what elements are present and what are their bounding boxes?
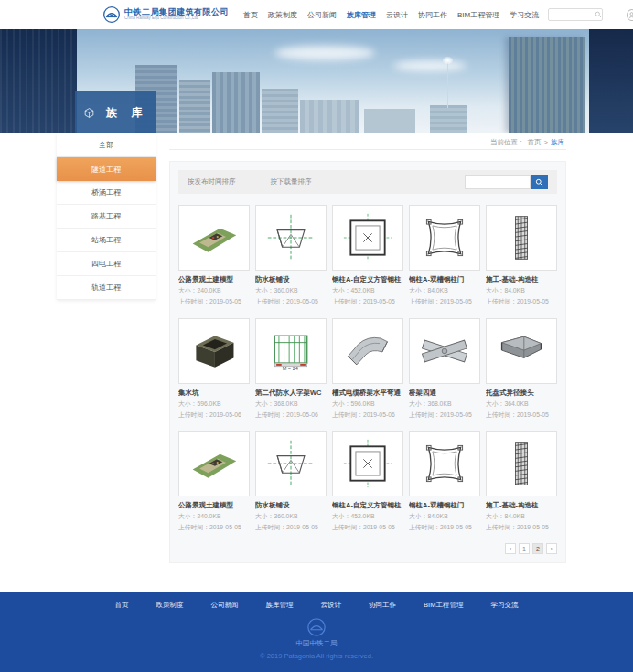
library-search-input[interactable] bbox=[466, 180, 530, 193]
family-card: 施工-基础-构造柱 大小：84.0KB 上传时间：2019-05-05 bbox=[486, 205, 557, 306]
sidebar-category-item[interactable]: 四电工程 bbox=[57, 252, 156, 276]
tray-reducer-icon[interactable] bbox=[486, 318, 557, 384]
top-nav-item[interactable]: 族库管理 bbox=[347, 10, 376, 20]
tray-elbow-icon[interactable] bbox=[332, 318, 403, 384]
top-header: 中铁二局集团建筑有限公司 China Railway Erju Construc… bbox=[0, 0, 633, 29]
family-title[interactable]: 钢柱A-双槽钢柱门 bbox=[409, 501, 480, 510]
footer-nav-link[interactable]: 云设计 bbox=[321, 601, 342, 610]
family-title[interactable]: 公路景观土建模型 bbox=[178, 501, 250, 510]
search-icon bbox=[595, 11, 602, 18]
footer-nav-link[interactable]: 公司新闻 bbox=[211, 601, 239, 610]
family-size: 大小：84.0KB bbox=[409, 286, 480, 295]
pagination-next-button[interactable]: › bbox=[546, 543, 557, 554]
footer-nav-link[interactable]: 首页 bbox=[115, 601, 129, 610]
family-size: 大小：368.0KB bbox=[409, 400, 480, 409]
user-avatar[interactable] bbox=[627, 9, 633, 21]
family-title[interactable]: 钢柱A-自定义方管钢柱 bbox=[332, 501, 403, 510]
sidebar-category-item[interactable]: 路基工程 bbox=[57, 205, 156, 229]
banner-building bbox=[262, 89, 298, 133]
drawing-crosshair-icon[interactable] bbox=[255, 205, 327, 271]
rebar-column-icon[interactable] bbox=[486, 205, 557, 271]
family-title[interactable]: 钢柱A-自定义方管钢柱 bbox=[332, 275, 403, 284]
family-title[interactable]: 防水板铺设 bbox=[255, 275, 327, 284]
family-upload-time: 上传时间：2019-05-05 bbox=[255, 523, 327, 532]
footer-nav-link[interactable]: BIM工程管理 bbox=[424, 601, 463, 610]
family-title[interactable]: 桥架四通 bbox=[409, 389, 480, 398]
family-title[interactable]: 防水板铺设 bbox=[255, 501, 327, 510]
tray-cross-icon[interactable] bbox=[409, 318, 480, 384]
family-title[interactable]: 集水坑 bbox=[178, 389, 250, 398]
top-nav-item[interactable]: 首页 bbox=[243, 10, 258, 20]
family-upload-time: 上传时间：2019-05-05 bbox=[486, 297, 557, 306]
family-size: 大小：596.0KB bbox=[178, 400, 250, 409]
square-section-icon[interactable] bbox=[332, 205, 403, 271]
family-title[interactable]: 公路景观土建模型 bbox=[178, 275, 250, 284]
sidebar-category-item[interactable]: 站场工程 bbox=[57, 229, 156, 252]
banner-building bbox=[212, 72, 260, 133]
family-card: 钢柱A-自定义方管钢柱 大小：452.0KB 上传时间：2019-05-05 bbox=[332, 205, 403, 306]
family-size: 大小：452.0KB bbox=[332, 286, 403, 295]
breadcrumb-home-link[interactable]: 首页 bbox=[528, 138, 542, 147]
family-upload-time: 上传时间：2019-05-06 bbox=[178, 411, 250, 420]
pagination-page-button[interactable]: 1 bbox=[519, 543, 530, 554]
family-size: 大小：240.0KB bbox=[178, 512, 250, 521]
sort-by-downloads-link[interactable]: 按下载量排序 bbox=[271, 177, 312, 187]
road-model-icon[interactable] bbox=[178, 431, 250, 496]
road-model-icon[interactable] bbox=[178, 205, 250, 271]
family-upload-time: 上传时间：2019-05-05 bbox=[255, 297, 327, 306]
footer-emblem-icon bbox=[306, 617, 327, 637]
filter-bar: 按发布时间排序 按下载量排序 bbox=[178, 170, 557, 194]
sump-box-icon[interactable] bbox=[178, 318, 250, 384]
top-nav-item[interactable]: 云设计 bbox=[386, 10, 408, 20]
curved-frame-icon[interactable] bbox=[409, 431, 480, 496]
top-nav-item[interactable]: 协同工作 bbox=[418, 10, 447, 20]
sidebar: 族 库 全部 隧道工程 桥涵工程 路基工程 站场工程 四电工程 轨道工程 bbox=[57, 91, 156, 300]
sidebar-category-item[interactable]: 全部 bbox=[57, 133, 156, 157]
family-card: 公路景观土建模型 大小：240.0KB 上传时间：2019-05-05 bbox=[178, 431, 250, 532]
sidebar-category-item[interactable]: 轨道工程 bbox=[57, 276, 156, 300]
search-icon bbox=[535, 178, 543, 187]
family-card: 托盘式异径接头 大小：364.0KB 上传时间：2019-05-05 bbox=[486, 318, 557, 420]
header-search-input[interactable] bbox=[549, 9, 595, 20]
square-section-icon[interactable] bbox=[332, 431, 403, 496]
footer-nav-link[interactable]: 政策制度 bbox=[156, 601, 184, 610]
family-title[interactable]: 施工-基础-构造柱 bbox=[486, 501, 557, 510]
family-title[interactable]: 槽式电缆桥架水平弯通 bbox=[332, 389, 403, 398]
top-nav-item[interactable]: 公司新闻 bbox=[307, 10, 337, 20]
family-title[interactable]: 施工-基础-构造柱 bbox=[486, 275, 557, 284]
drawing-crosshair-icon[interactable] bbox=[255, 431, 327, 496]
rebar-column-icon[interactable] bbox=[486, 431, 557, 496]
family-size: 大小：364.0KB bbox=[486, 400, 557, 409]
sort-by-time-link[interactable]: 按发布时间排序 bbox=[188, 177, 236, 187]
company-logo[interactable]: 中铁二局集团建筑有限公司 China Railway Erju Construc… bbox=[102, 5, 229, 24]
company-emblem-icon bbox=[102, 5, 121, 24]
top-nav-item[interactable]: BIM工程管理 bbox=[457, 10, 499, 20]
footer-nav-link[interactable]: 学习交流 bbox=[490, 601, 518, 610]
top-nav-item[interactable]: 政策制度 bbox=[268, 10, 297, 20]
library-search-button[interactable] bbox=[531, 175, 548, 189]
banner-building bbox=[430, 105, 467, 133]
family-upload-time: 上传时间：2019-05-05 bbox=[486, 411, 557, 420]
family-size: 大小：596.0KB bbox=[332, 400, 403, 409]
family-upload-time: 上传时间：2019-05-05 bbox=[332, 523, 403, 532]
fence-cage-icon[interactable]: M = 24 bbox=[255, 318, 327, 384]
sidebar-category-item[interactable]: 隧道工程 bbox=[57, 157, 156, 181]
company-name-en: China Railway Erju Construction Co.,Ltd bbox=[124, 16, 229, 21]
footer-nav-link[interactable]: 协同工作 bbox=[369, 601, 396, 610]
family-card: 集水坑 大小：596.0KB 上传时间：2019-05-06 bbox=[178, 318, 250, 420]
pagination-page-button[interactable]: 2 bbox=[532, 543, 543, 554]
banner-building bbox=[179, 80, 210, 133]
footer-nav-link[interactable]: 族库管理 bbox=[266, 601, 294, 610]
family-title[interactable]: 钢柱A-双槽钢柱门 bbox=[409, 275, 480, 284]
top-nav-item[interactable]: 学习交流 bbox=[510, 10, 539, 20]
footer-company-name: 中国中铁二局 bbox=[0, 639, 633, 648]
family-size: 大小：240.0KB bbox=[178, 286, 250, 295]
curved-frame-icon[interactable] bbox=[409, 205, 480, 271]
family-title[interactable]: 第二代防水人字架WC bbox=[255, 389, 327, 398]
header-search bbox=[548, 8, 603, 21]
family-title[interactable]: 托盘式异径接头 bbox=[486, 389, 557, 398]
family-size: 大小：452.0KB bbox=[332, 512, 403, 521]
sidebar-title: 族 库 bbox=[101, 105, 147, 121]
sidebar-category-item[interactable]: 桥涵工程 bbox=[57, 181, 156, 205]
pagination-prev-button[interactable]: ‹ bbox=[505, 543, 516, 554]
